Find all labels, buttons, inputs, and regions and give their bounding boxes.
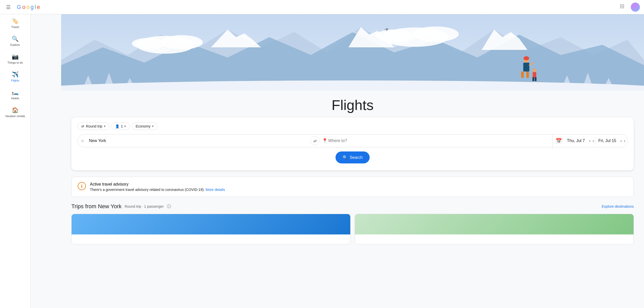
trip-card-1[interactable]: [71, 214, 351, 244]
sidebar: 🏷️ Travel 🔍 Explore 📷 Things to do ✈️ Fl…: [0, 0, 31, 308]
svg-point-8: [623, 7, 624, 8]
menu-button[interactable]: ☰: [4, 2, 13, 12]
main-content: ✈ Flights: [61, 14, 644, 308]
sidebar-label-hotels: Hotels: [11, 97, 19, 100]
svg-point-3: [620, 6, 621, 7]
svg-point-7: [622, 7, 622, 8]
return-date-prev[interactable]: ‹: [619, 137, 623, 145]
svg-point-26: [413, 26, 459, 42]
date-group: 📅 Thu, Jul 7 ‹ › Fri, Jul 15 ‹ ›: [552, 134, 628, 147]
sidebar-label-explore: Explore: [10, 43, 20, 46]
travel-advisory: ℹ Active travel advisory There's a gover…: [71, 177, 634, 197]
passengers-selector[interactable]: 👤 1 ▾: [111, 122, 130, 130]
sidebar-item-vacation-rentals[interactable]: 🏠 Vacation rentals: [0, 104, 30, 120]
swap-button[interactable]: ⇄: [310, 136, 319, 145]
search-label: Search: [350, 155, 363, 160]
origin-pin-icon: ○: [81, 138, 84, 144]
svg-line-35: [529, 63, 533, 65]
cabin-class-label: Economy: [136, 124, 150, 128]
svg-point-6: [620, 7, 621, 8]
svg-point-4: [622, 6, 622, 7]
passengers-chevron: ▾: [124, 124, 126, 128]
svg-rect-31: [523, 63, 529, 72]
sidebar-label-vacation-rentals: Vacation rentals: [5, 115, 25, 118]
trips-title: Trips from New York: [71, 203, 122, 210]
vacation-rentals-icon: 🏠: [12, 107, 19, 114]
search-button[interactable]: 🔍 Search: [336, 151, 370, 163]
svg-rect-38: [532, 77, 534, 81]
topbar: ☰ Google: [0, 0, 644, 14]
return-date-label: Fri, Jul 15: [598, 138, 616, 143]
search-panel: ⇄ Round trip ▾ 👤 1 ▾ Economy ▾ ○ New Yor…: [71, 117, 634, 171]
advisory-icon: ℹ: [78, 182, 86, 190]
svg-rect-39: [535, 77, 536, 81]
svg-point-0: [620, 5, 621, 5]
trips-info-icon[interactable]: ⓘ: [167, 204, 171, 209]
departure-date-label: Thu, Jul 7: [567, 138, 585, 143]
trips-section: Trips from New York Round trip · 1 passe…: [71, 203, 634, 244]
travel-icon: 🏷️: [12, 18, 19, 24]
trip-card-photo-1: [72, 214, 350, 234]
search-button-container: 🔍 Search: [77, 151, 628, 163]
hero-banner: ✈: [61, 14, 644, 91]
page-title: Flights: [61, 97, 644, 113]
destination-pin-icon: 📍: [322, 138, 328, 144]
svg-rect-33: [526, 72, 529, 78]
svg-point-23: [161, 35, 203, 49]
explore-icon: 🔍: [12, 36, 19, 42]
svg-rect-32: [521, 72, 524, 78]
svg-point-34: [524, 56, 529, 60]
svg-rect-37: [533, 72, 536, 78]
trip-card-2[interactable]: [355, 214, 634, 244]
sidebar-item-hotels[interactable]: 🛏️ Hotels: [0, 87, 30, 102]
sidebar-item-flights[interactable]: ✈️ Flights: [0, 69, 30, 85]
swap-icon: ⇄: [313, 138, 317, 143]
trip-type-label: Round trip: [86, 124, 102, 128]
apps-icon[interactable]: [618, 2, 627, 12]
sidebar-label-things-to-do: Things to do: [7, 61, 23, 64]
departure-date-field[interactable]: Thu, Jul 7: [564, 134, 588, 147]
sidebar-item-travel[interactable]: 🏷️ Travel: [0, 15, 30, 31]
calendar-icon: 📅: [554, 138, 564, 144]
explore-destinations-link[interactable]: Explore destinations: [602, 204, 634, 208]
advisory-more-link[interactable]: More details: [206, 188, 225, 192]
svg-point-36: [533, 68, 536, 72]
departure-date-prev[interactable]: ‹: [588, 137, 592, 145]
hotels-icon: 🛏️: [12, 89, 19, 96]
things-to-do-icon: 📷: [12, 53, 19, 60]
user-avatar[interactable]: [631, 3, 640, 12]
sidebar-label-flights: Flights: [11, 79, 19, 82]
topbar-right: [618, 2, 640, 12]
return-date-field[interactable]: Fri, Jul 15: [595, 134, 619, 147]
trip-type-selector[interactable]: ⇄ Round trip ▾: [77, 122, 109, 130]
search-inputs: ○ New York ⇄ 📍 📅 Thu, Jul 7 ‹ ›: [77, 134, 628, 147]
advisory-description: There's a government travel advisory rel…: [90, 188, 205, 192]
svg-line-28: [348, 30, 384, 33]
advisory-content: Active travel advisory There's a governm…: [90, 182, 225, 192]
sidebar-item-explore[interactable]: 🔍 Explore: [0, 33, 30, 49]
departure-date-next[interactable]: ›: [592, 137, 595, 145]
flights-icon: ✈️: [12, 71, 19, 78]
passengers-label: 1: [121, 124, 123, 128]
svg-point-24: [132, 38, 165, 49]
google-logo: Google: [17, 4, 40, 10]
trips-subtitle: Round trip · 1 passenger: [125, 204, 164, 208]
cabin-class-chevron: ▾: [152, 124, 154, 128]
sidebar-label-travel: Travel: [11, 25, 19, 29]
trip-type-chevron: ▾: [104, 124, 105, 128]
destination-input[interactable]: [315, 134, 552, 147]
advisory-title: Active travel advisory: [90, 182, 225, 187]
trips-title-group: Trips from New York Round trip · 1 passe…: [71, 203, 171, 210]
airplane-trail: ✈: [348, 28, 394, 38]
search-options: ⇄ Round trip ▾ 👤 1 ▾ Economy ▾: [77, 122, 628, 130]
destination-input-group: 📍: [315, 134, 552, 147]
svg-point-1: [622, 5, 622, 5]
person-illustration: [519, 56, 539, 86]
sidebar-item-things-to-do[interactable]: 📷 Things to do: [0, 51, 30, 67]
origin-input[interactable]: New York: [78, 134, 315, 147]
svg-text:✈: ✈: [384, 28, 389, 32]
svg-point-2: [623, 5, 624, 5]
cabin-class-selector[interactable]: Economy ▾: [132, 122, 157, 130]
trip-cards: [71, 214, 634, 244]
return-date-next[interactable]: ›: [623, 137, 626, 145]
